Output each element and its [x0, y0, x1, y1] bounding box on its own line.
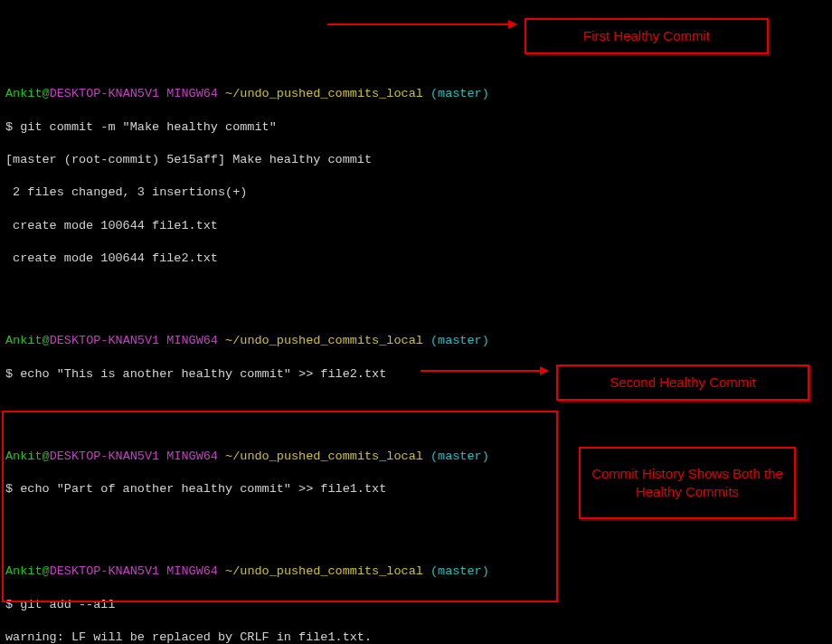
prompt-line: Ankit@DESKTOP-KNAN5V1 MINGW64 ~/undo_pus… [5, 333, 827, 349]
shell: MINGW64 [166, 87, 218, 100]
command-line[interactable]: $ git add --all [5, 597, 827, 613]
command-line[interactable]: $ git commit -m "Make healthy commit" [5, 119, 827, 136]
annotation-first-commit: First Healthy Commit [525, 18, 769, 54]
branch: (master) [430, 87, 489, 100]
prompt-line: Ankit@DESKTOP-KNAN5V1 MINGW64 ~/undo_pus… [5, 564, 827, 580]
git-commit-1: git commit -m "Make healthy commit" [20, 120, 277, 134]
echo-file1: echo "Part of another healthy commit" >>… [20, 482, 386, 496]
warning-output: warning: LF will be replaced by CRLF in … [5, 630, 827, 644]
annotation-second-commit: Second Healthy Commit [556, 365, 809, 401]
commit-output: [master (root-commit) 5e15aff] Make heal… [5, 152, 827, 168]
user: Ankit [5, 87, 43, 100]
prompt-line: Ankit@DESKTOP-KNAN5V1 MINGW64 ~/undo_pus… [5, 86, 827, 102]
commit-output: create mode 100644 file1.txt [5, 218, 827, 234]
arrow-icon [421, 370, 547, 372]
arrow-icon [327, 24, 515, 25]
host: DESKTOP-KNAN5V1 [50, 87, 160, 100]
commit-output: 2 files changed, 3 insertions(+) [5, 185, 827, 201]
annotation-history: Commit History Shows Both the Healthy Co… [579, 447, 796, 519]
commit-output: create mode 100644 file2.txt [5, 251, 827, 267]
git-add: git add --all [20, 598, 115, 611]
cwd: ~/undo_pushed_commits_local [225, 87, 423, 100]
echo-file2: echo "This is another healthy commit" >>… [20, 367, 386, 381]
